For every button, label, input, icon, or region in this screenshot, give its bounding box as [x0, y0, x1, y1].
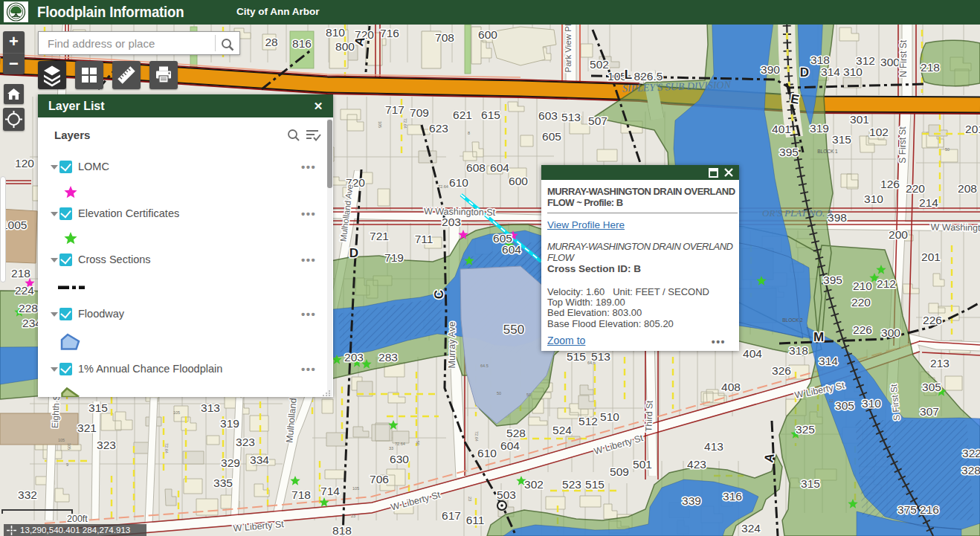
svg-text:395: 395	[823, 274, 842, 286]
svg-text:401: 401	[772, 123, 791, 135]
svg-text:523: 523	[562, 478, 581, 491]
svg-text:218: 218	[11, 267, 30, 280]
svg-text:72.64: 72.64	[164, 443, 169, 453]
svg-text:617: 617	[442, 509, 461, 522]
svg-text:105: 105	[378, 121, 382, 128]
svg-text:630: 630	[390, 453, 409, 465]
svg-text:714: 714	[320, 485, 340, 497]
svg-text:515: 515	[567, 350, 586, 363]
svg-text:717: 717	[385, 103, 404, 116]
svg-text:604: 604	[500, 439, 520, 452]
svg-text:8: 8	[468, 131, 470, 135]
svg-text:302: 302	[524, 478, 544, 491]
svg-text:208: 208	[958, 182, 977, 195]
svg-text:105: 105	[58, 438, 65, 442]
svg-text:105: 105	[352, 486, 359, 491]
svg-text:218: 218	[921, 61, 940, 74]
svg-text:301: 301	[850, 113, 869, 126]
svg-text:200: 200	[889, 228, 908, 241]
svg-text:503: 503	[497, 488, 516, 501]
svg-text:711: 711	[415, 233, 433, 245]
svg-text:502: 502	[590, 58, 609, 71]
svg-text:C: C	[432, 290, 446, 299]
svg-text:305: 305	[922, 381, 941, 393]
svg-text:404: 404	[743, 347, 762, 360]
svg-text:329: 329	[221, 456, 240, 469]
svg-text:318: 318	[789, 344, 808, 357]
svg-text:810: 810	[326, 26, 345, 39]
svg-text:50: 50	[497, 391, 501, 395]
svg-text:310: 310	[862, 397, 881, 410]
svg-text:300: 300	[880, 56, 900, 68]
svg-text:220: 220	[906, 182, 925, 195]
svg-text:50: 50	[526, 393, 531, 397]
svg-text:319: 319	[810, 122, 829, 135]
svg-text:305: 305	[835, 399, 854, 412]
svg-text:395: 395	[779, 146, 799, 158]
svg-text:515: 515	[585, 478, 605, 491]
svg-text:615: 615	[481, 109, 500, 121]
svg-text:S First St: S First St	[897, 126, 908, 164]
svg-text:708: 708	[435, 31, 454, 44]
svg-text:375: 375	[897, 503, 917, 516]
svg-text:220: 220	[851, 296, 871, 309]
svg-text:201: 201	[965, 123, 980, 135]
svg-text:316: 316	[723, 490, 742, 503]
svg-text:310: 310	[843, 65, 863, 78]
svg-text:315: 315	[88, 401, 108, 414]
svg-text:28: 28	[265, 36, 277, 48]
svg-text:610: 610	[477, 447, 497, 459]
svg-text:621: 621	[453, 109, 472, 121]
svg-text:50: 50	[945, 147, 950, 152]
svg-text:501: 501	[633, 458, 652, 471]
svg-text:332: 332	[18, 488, 37, 501]
svg-text:413: 413	[704, 440, 723, 453]
svg-text:226: 226	[853, 323, 872, 336]
svg-text:Murray Ave: Murray Ave	[447, 321, 457, 368]
svg-text:283: 283	[378, 351, 398, 364]
svg-text:507: 507	[588, 114, 607, 127]
svg-text:325: 325	[796, 423, 815, 436]
svg-text:315: 315	[832, 133, 851, 146]
svg-text:603: 603	[538, 109, 558, 122]
svg-text:L: L	[625, 68, 632, 82]
svg-text:718: 718	[291, 488, 311, 501]
svg-text:300: 300	[881, 326, 900, 339]
svg-text:D: D	[800, 65, 809, 80]
svg-text:126: 126	[880, 178, 900, 190]
svg-text:600: 600	[478, 28, 497, 41]
svg-text:323: 323	[97, 439, 116, 451]
svg-text:706: 706	[370, 473, 389, 485]
svg-text:716: 716	[380, 27, 399, 39]
svg-text:314: 314	[821, 65, 840, 78]
svg-text:9: 9	[66, 462, 68, 467]
svg-text:23: 23	[351, 514, 355, 518]
svg-text:423: 423	[687, 458, 706, 471]
svg-text:72.64: 72.64	[403, 118, 407, 129]
svg-text:50: 50	[416, 441, 420, 445]
svg-text:33: 33	[389, 446, 393, 451]
svg-text:390: 390	[761, 63, 780, 76]
svg-text:318: 318	[810, 54, 830, 66]
svg-text:105: 105	[67, 443, 71, 450]
svg-text:408: 408	[721, 381, 741, 393]
svg-text:102: 102	[869, 126, 889, 138]
svg-text:605: 605	[542, 130, 561, 143]
svg-text:23: 23	[468, 497, 472, 501]
svg-text:334: 334	[250, 453, 269, 466]
svg-text:319: 319	[220, 417, 239, 430]
svg-text:322: 322	[962, 447, 980, 459]
svg-text:550: 550	[503, 323, 524, 337]
svg-text:216: 216	[920, 503, 939, 516]
svg-text:72.64: 72.64	[438, 184, 448, 189]
svg-text:315: 315	[801, 477, 820, 490]
svg-text:M: M	[813, 330, 824, 344]
svg-text:Third St: Third St	[643, 400, 654, 432]
svg-text:709: 709	[410, 106, 429, 119]
svg-text:310: 310	[864, 193, 883, 205]
svg-text:611: 611	[466, 514, 485, 526]
svg-text:307: 307	[920, 405, 939, 418]
svg-text:513: 513	[591, 350, 610, 363]
svg-text:224: 224	[15, 284, 34, 297]
svg-text:509: 509	[610, 465, 629, 478]
